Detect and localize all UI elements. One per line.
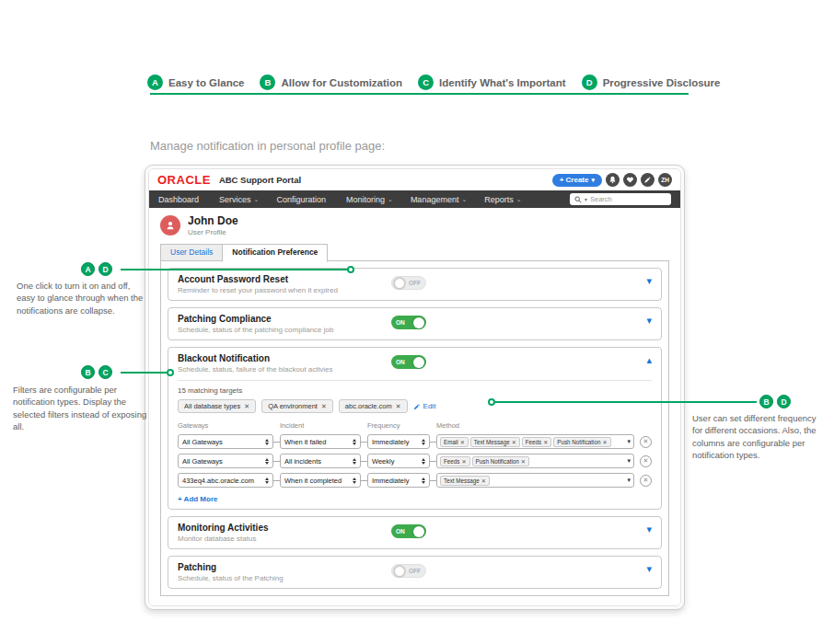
frequency-select[interactable]: Immediately	[367, 434, 430, 449]
select-arrows-icon	[262, 458, 269, 465]
col-header-incident: Incident	[280, 421, 367, 430]
remove-icon[interactable]: ✕	[602, 439, 607, 445]
user-avatar[interactable]: ZH	[658, 173, 672, 187]
delete-row-button[interactable]: ✕	[640, 455, 652, 467]
add-more-label: + Add More	[178, 495, 217, 503]
remove-icon[interactable]: ✕	[521, 458, 526, 465]
notification-card-account-password-reset: Account Password Reset Reminder to reset…	[168, 268, 662, 301]
remove-icon[interactable]: ✕	[543, 439, 548, 445]
search-placeholder: Search	[590, 195, 612, 203]
tab-notification-preference[interactable]: Notification Preference	[222, 244, 328, 262]
rule-row: All Gateways When it failed Immediately	[178, 434, 652, 449]
chevron-down-icon[interactable]: ▾	[646, 564, 652, 574]
chevron-up-icon[interactable]: ▴	[646, 355, 652, 365]
principle-badge-c: C	[418, 75, 434, 90]
delete-row-button[interactable]: ✕	[640, 475, 652, 487]
incident-select[interactable]: When it completed	[280, 473, 361, 488]
edit-filters-link[interactable]: Edit	[413, 402, 436, 410]
favorites-heart-icon[interactable]	[623, 173, 637, 187]
toggle-knob	[394, 278, 405, 289]
method-multiselect[interactable]: Text Message✕ ▾	[436, 473, 634, 488]
caret-down-icon: ⌄	[254, 196, 260, 203]
method-chip-label: Feeds	[444, 458, 460, 465]
app-header: ORACLE ABC Support Portal + Create ▾	[149, 169, 680, 190]
tab-user-details[interactable]: User Details	[160, 244, 222, 261]
select-value: All Gateways	[182, 457, 223, 466]
principle-allow-customization: B Allow for Customization	[260, 75, 402, 90]
notifications-bell-icon[interactable]	[606, 173, 620, 187]
notification-toggle[interactable]: ON	[391, 316, 426, 329]
nav-label: Dashboard	[158, 195, 199, 204]
caret-down-icon: ▾	[625, 457, 631, 465]
nav-item-management[interactable]: Management ⌄	[411, 195, 467, 204]
select-arrows-icon	[350, 439, 356, 445]
remove-icon[interactable]: ✕	[481, 477, 486, 484]
select-value: Immediately	[372, 477, 409, 485]
remove-icon[interactable]: ✕	[396, 403, 401, 410]
annotation-badge-d: D	[777, 395, 791, 408]
nav-item-dashboard[interactable]: Dashboard	[158, 195, 202, 204]
compose-pencil-icon[interactable]	[641, 173, 654, 187]
principle-easy-to-glance: A Easy to Glance	[147, 75, 244, 90]
gateway-select[interactable]: All Gateways	[178, 434, 273, 449]
filter-chip-label: All database types	[184, 402, 240, 410]
annotation-text-left-top: One click to turn it on and off, easy to…	[17, 280, 147, 316]
annotation-pointer-ring	[488, 398, 495, 406]
principle-badge-b: B	[260, 75, 275, 90]
user-role: User Profile	[188, 228, 238, 236]
edit-label: Edit	[423, 402, 436, 410]
add-more-link[interactable]: + Add More	[178, 495, 652, 503]
frequency-select[interactable]: Weekly	[367, 454, 430, 468]
pencil-icon	[413, 403, 421, 410]
select-value: When it completed	[284, 477, 342, 485]
principle-label: Progressive Disclosure	[603, 77, 721, 88]
delete-row-button[interactable]: ✕	[640, 436, 652, 448]
method-multiselect[interactable]: Email✕ Text Message✕ Feeds✕ Push Notific…	[436, 434, 634, 449]
select-value: Weekly	[372, 457, 394, 466]
remove-icon[interactable]: ✕	[512, 439, 516, 445]
nav-item-monitoring[interactable]: Monitoring ⌄	[346, 195, 393, 204]
rule-row: All Gateways All incidents Weekly	[178, 454, 652, 468]
notification-toggle[interactable]: OFF	[391, 276, 426, 290]
create-button[interactable]: + Create ▾	[552, 174, 602, 187]
method-chip-label: Email	[444, 439, 458, 445]
gateway-select[interactable]: All Gateways	[178, 454, 273, 468]
nav-item-services[interactable]: Services ⌄	[219, 195, 259, 204]
nav-item-reports[interactable]: Reports ⌄	[484, 195, 521, 204]
chevron-down-icon[interactable]: ▾	[646, 276, 652, 286]
principle-badge-d: D	[582, 75, 597, 90]
nav-item-configuration[interactable]: Configuration	[276, 195, 329, 204]
search-input[interactable]: ▾ Search	[570, 193, 671, 205]
annotation-badges-right: B D	[759, 395, 791, 408]
frequency-select[interactable]: Immediately	[367, 473, 430, 488]
method-chip: Email✕	[440, 437, 469, 447]
annotation-badges-left-top: A D	[81, 262, 112, 276]
method-multiselect[interactable]: Feeds✕ Push Notification✕ ▾	[436, 454, 634, 468]
notification-card-monitoring-activities: Monitoring Activities Monitor database s…	[168, 516, 662, 549]
remove-icon[interactable]: ✕	[244, 403, 249, 410]
connector-line	[430, 442, 436, 443]
notification-toggle[interactable]: OFF	[391, 564, 426, 578]
gateway-select[interactable]: 433eq4.abc.oracle.com	[178, 473, 273, 488]
remove-icon[interactable]: ✕	[460, 439, 465, 445]
select-value: Immediately	[372, 438, 409, 446]
select-arrows-icon	[419, 477, 425, 484]
notification-toggle[interactable]: ON	[391, 355, 426, 369]
remove-icon[interactable]: ✕	[321, 403, 327, 410]
chevron-down-icon[interactable]: ▾	[646, 316, 652, 326]
nav-label: Monitoring	[346, 195, 385, 204]
chevron-down-icon[interactable]: ▾	[646, 524, 652, 535]
annotation-badge-d: D	[98, 262, 112, 276]
method-chip: Text Message✕	[440, 476, 490, 486]
profile-header: John Doe User Profile	[160, 214, 669, 236]
rule-table-headers: Gateways Incident Frequency Method	[178, 421, 652, 430]
connector-line	[361, 442, 367, 443]
annotation-connector	[495, 401, 757, 403]
incident-select[interactable]: When it failed	[280, 434, 361, 449]
notification-toggle[interactable]: ON	[391, 524, 426, 538]
app-window: ORACLE ABC Support Portal + Create ▾	[145, 165, 685, 610]
remove-icon[interactable]: ✕	[462, 458, 467, 465]
incident-select[interactable]: All incidents	[280, 454, 361, 468]
notification-card-patching: Patching Schedule, status of the Patchin…	[168, 556, 662, 589]
select-arrows-icon	[350, 477, 356, 484]
